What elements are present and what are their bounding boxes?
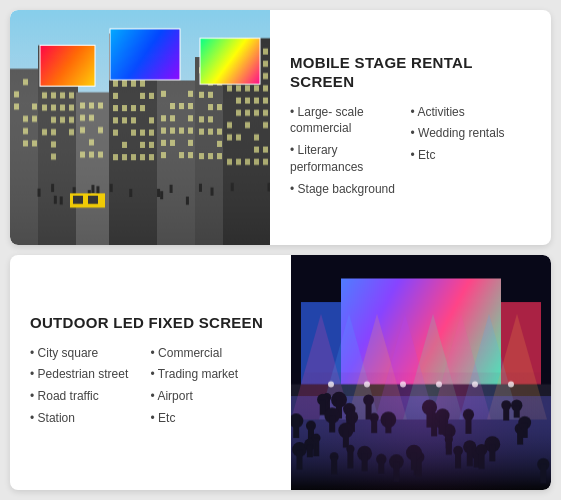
card2-feature-1: City square [30,345,151,362]
card2-feature-4: Station [30,410,151,427]
card2-feature-2: Pedestrian street [30,366,151,383]
card1-feature-1: Large- scale commercial [290,104,411,138]
card-outdoor-led: OUTDOOR LED FIXED SCREEN City square Ped… [10,255,551,490]
card2-feature-7: Airport [151,388,272,405]
card2-feature-5: Commercial [151,345,272,362]
card1-col1: Large- scale commercial Literary perform… [290,104,411,203]
card-mobile-stage: MOBILE STAGE RENTAL SCREEN Large- scale … [10,10,551,245]
card1-feature-6: Etc [411,147,532,164]
card1-feature-2: Literary performances [290,142,411,176]
card2-title: OUTDOOR LED FIXED SCREEN [30,313,271,333]
concert-image [291,255,551,490]
card1-feature-3: Stage background [290,181,411,198]
city-image [10,10,270,245]
card1-col2: Activities Wedding rentals Etc [411,104,532,203]
card1-feature-5: Wedding rentals [411,125,532,142]
card2-feature-8: Etc [151,410,272,427]
card2-col2: Commercial Trading market Airport Etc [151,345,272,432]
card2-feature-6: Trading market [151,366,272,383]
card2-col1: City square Pedestrian street Road traff… [30,345,151,432]
card1-content: MOBILE STAGE RENTAL SCREEN Large- scale … [270,10,551,245]
main-container: MOBILE STAGE RENTAL SCREEN Large- scale … [0,0,561,500]
card1-title: MOBILE STAGE RENTAL SCREEN [290,53,531,92]
card1-feature-4: Activities [411,104,532,121]
card2-features: City square Pedestrian street Road traff… [30,345,271,432]
card1-features: Large- scale commercial Literary perform… [290,104,531,203]
card2-content: OUTDOOR LED FIXED SCREEN City square Ped… [10,255,291,490]
card2-feature-3: Road traffic [30,388,151,405]
